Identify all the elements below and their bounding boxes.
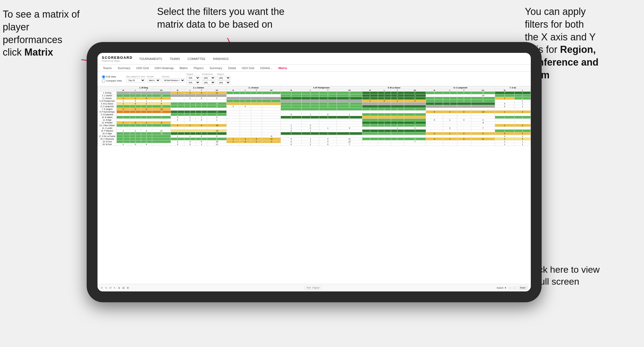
nav-teams[interactable]: TEAMS xyxy=(169,57,181,61)
subnav-h2hhe[interactable]: H2HHe... xyxy=(259,66,274,70)
gender-filter: Gender Men's xyxy=(147,75,160,82)
nav-committee[interactable]: COMMITTEE xyxy=(187,57,207,61)
table-row: 3. J Koivun 1102 102 01013 04011 0103 12 xyxy=(98,97,531,100)
compact-view-radio[interactable] xyxy=(102,79,105,83)
col-group-7: 7. G Sa xyxy=(495,86,531,89)
bottom-toolbar: ↩ ↪ ↺ ↖ ⊕ ⊞ ⚙ View: Original Watch ▼ ⬚ ⛶… xyxy=(97,284,531,291)
nav-rankings[interactable]: RANKINGS xyxy=(212,57,230,61)
view-label: View: Original xyxy=(304,286,321,290)
table-row: 2. L Clanton 210-16 01013 110-6 -24 22 xyxy=(98,94,531,97)
table-row: 7. G Sargent 200-16 0003 xyxy=(98,108,531,111)
conference-filter: Conference (All) (All) xyxy=(202,73,215,85)
table-row: 18. C Sherwood 200 1300 130-11 01013 220… xyxy=(98,138,531,140)
table-row: 16. K Vilips 210-25 2204 3308 0100 01 xyxy=(98,132,531,135)
full-view-radio[interactable] xyxy=(102,75,105,79)
conference-select-1[interactable]: (All) xyxy=(202,76,215,80)
annotation-top-left: To see a matrix of player performances c… xyxy=(3,8,89,59)
table-row: 12. M Riedel 101-6 10114 -6 xyxy=(98,121,531,124)
scoreboard-logo: SCOREBOARD Powered by clippd xyxy=(102,56,133,62)
matrix-table-area[interactable]: 1. W Ding 2. L Clanton 3. J Koivun 4. M … xyxy=(97,86,531,284)
share-button[interactable]: Share xyxy=(518,286,528,290)
col-group-6: 6. C Lamprecht xyxy=(426,86,495,89)
col-group-2: 2. L Clanton xyxy=(171,86,226,89)
max-players-select[interactable]: Top 25 xyxy=(126,78,145,82)
refresh-button[interactable]: ↺ xyxy=(109,287,112,289)
toolbar-left: ↩ ↪ ↺ ↖ ⊕ ⊞ ⚙ xyxy=(101,287,129,289)
logo-subtitle: Powered by clippd xyxy=(102,60,133,62)
filters-bar: Full View Compact View Max players in vi… xyxy=(97,72,531,86)
subnav-detail[interactable]: Detail xyxy=(227,66,237,70)
sub-nav: Teams Summary H2H Grid H2H Heatmap Matri… xyxy=(97,65,531,72)
subnav-players[interactable]: Players xyxy=(193,66,205,70)
toolbar-right: Watch ▼ ⬚ ⛶ Share xyxy=(497,286,528,290)
settings-button[interactable]: ⚙ xyxy=(127,287,129,289)
gender-select[interactable]: Men's xyxy=(147,78,160,82)
region-filter: Region N/A N/A xyxy=(187,73,200,85)
nav-tournaments[interactable]: TOURNAMENTS xyxy=(138,57,163,61)
table-row: 8. P Summerhays 521-45 200-16 010-13 12 xyxy=(98,111,531,113)
col-group-4: 4. M Thorbjornsen xyxy=(281,86,362,89)
region-select-1[interactable]: N/A xyxy=(187,76,200,80)
col-header-empty xyxy=(98,86,117,92)
main-nav: TOURNAMENTS TEAMS COMMITTEE RANKINGS xyxy=(138,57,230,61)
table-row: 13. J Skov Olesen 110-3 210-19 10 220-1 … xyxy=(98,124,531,127)
matrix-content: 1. W Ding 2. L Clanton 3. J Koivun 4. M … xyxy=(97,86,531,284)
table-row: 4. M Thorbjornsen 1010 1010 1010 110-6 1 xyxy=(98,100,531,102)
table-row: 1. W Ding 12011 110-2 12017 1300 01013 9… xyxy=(98,92,531,94)
subnav-matrix[interactable]: Matrix xyxy=(178,66,189,70)
table-row: 9. N Gabrelcik 1009 0101 1111 xyxy=(98,113,531,116)
pointer-button[interactable]: ↖ xyxy=(114,287,116,289)
annotation-bottom-right: Click here to view in full screen xyxy=(528,264,630,287)
division-filter: Division NCAA Division I xyxy=(162,75,185,82)
col-group-3: 3. J Koivun xyxy=(226,86,281,89)
conference-select-2[interactable]: (All) xyxy=(202,81,215,85)
table-row: 5. M La Sasso 1016 200-16 11014 03 01 xyxy=(98,102,531,105)
redo-button[interactable]: ↪ xyxy=(105,287,107,289)
subnav-teams[interactable]: Teams xyxy=(102,66,113,70)
matrix-table: 1. W Ding 2. L Clanton 3. J Koivun 4. M … xyxy=(97,86,531,146)
subnav-matrix2[interactable]: Matrix xyxy=(277,66,288,70)
col-group-5: 5. M La Sasso xyxy=(362,86,426,89)
division-select[interactable]: NCAA Division I xyxy=(162,78,185,82)
zoom-button[interactable]: ⊕ xyxy=(118,287,120,289)
players-select-2[interactable]: (All) xyxy=(217,81,230,85)
view-mode-radio: Full View Compact View xyxy=(102,75,122,83)
table-row: 19. D Ford 200 240-20 131-1 01013 7 11 xyxy=(98,140,531,143)
table-row: 10. B Valdes 1101 0110 01011 11 xyxy=(98,116,531,119)
table-row: 20. M Ford 200 331-11 0107 11 xyxy=(98,143,531,146)
toolbar-center: View: Original xyxy=(304,286,321,290)
subnav-h2h-grid2[interactable]: H2H Grid xyxy=(241,66,255,70)
subnav-h2h-heatmap[interactable]: H2H Heatmap xyxy=(154,66,175,70)
table-row: 6. C Lamprecht 100-16 24124 30 1106 01 xyxy=(98,105,531,108)
tablet-screen: SCOREBOARD Powered by clippd TOURNAMENTS… xyxy=(97,53,531,291)
table-row: 11. M Ege 0101 0104 xyxy=(98,119,531,121)
subnav-summary2[interactable]: Summary xyxy=(209,66,223,70)
app-header: SCOREBOARD Powered by clippd TOURNAMENTS… xyxy=(97,53,531,65)
fullscreen-button[interactable]: ⛶ xyxy=(513,287,516,289)
tablet-frame: SCOREBOARD Powered by clippd TOURNAMENTS… xyxy=(87,42,542,302)
players-filter: Players (All) (All) xyxy=(217,73,230,85)
max-players-filter: Max players in view Top 25 xyxy=(126,75,145,82)
grid-button[interactable]: ⊞ xyxy=(122,287,125,289)
players-select-1[interactable]: (All) xyxy=(217,76,230,80)
subnav-summary[interactable]: Summary xyxy=(116,66,131,70)
annotation-top-center: Select the filters you want the matrix d… xyxy=(157,5,287,31)
display-button[interactable]: ⬚ xyxy=(509,287,511,289)
table-row: 17. S De La Fuente 200 1100 -8 02 xyxy=(98,135,531,138)
subnav-h2h-grid[interactable]: H2H Grid xyxy=(135,66,150,70)
logo-title: SCOREBOARD xyxy=(102,56,133,60)
undo-button[interactable]: ↩ xyxy=(101,287,103,289)
watch-button[interactable]: Watch ▼ xyxy=(497,287,507,289)
table-row: 15. P Maichon 11010 -19 01 410-7 22 xyxy=(98,130,531,132)
region-select-2[interactable]: N/A xyxy=(187,81,200,85)
table-row: 14. J Lundin 1010 10 07 xyxy=(98,127,531,130)
col-group-1: 1. W Ding xyxy=(117,86,171,89)
